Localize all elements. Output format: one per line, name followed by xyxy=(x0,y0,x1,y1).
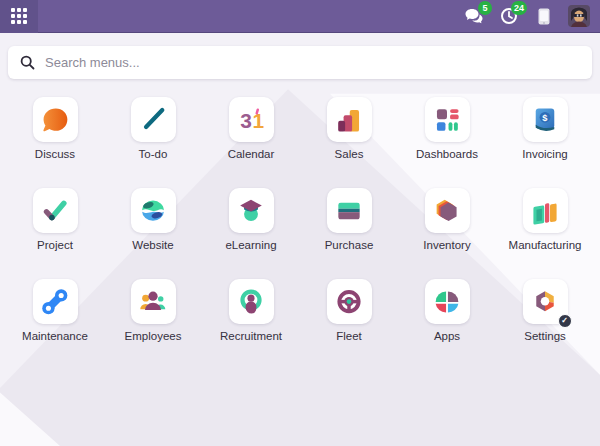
search-section xyxy=(0,33,600,79)
app-label: Website xyxy=(132,239,173,251)
app-tile xyxy=(327,97,372,142)
dashboards-icon xyxy=(430,103,464,137)
app-label: Purchase xyxy=(325,239,374,251)
app-recruitment[interactable]: Recruitment xyxy=(202,279,300,342)
calendar-icon: 3 1 xyxy=(234,103,268,137)
messages-button[interactable]: 5 xyxy=(463,4,485,28)
odoo-home-screen: 5 24 xyxy=(0,0,600,446)
app-label: To-do xyxy=(139,148,168,160)
website-icon xyxy=(136,194,170,228)
app-project[interactable]: Project xyxy=(6,188,104,251)
app-tile: ✓ xyxy=(523,279,568,324)
app-calendar[interactable]: 3 1 Calendar xyxy=(202,97,300,160)
app-tile xyxy=(425,97,470,142)
app-purchase[interactable]: Purchase xyxy=(300,188,398,251)
app-label: Fleet xyxy=(336,330,362,342)
app-tile xyxy=(131,188,176,233)
app-tile xyxy=(131,279,176,324)
purchase-icon xyxy=(332,194,366,228)
activities-button[interactable]: 24 xyxy=(498,4,520,28)
app-label: Discuss xyxy=(35,148,75,160)
app-apps[interactable]: Apps xyxy=(398,279,496,342)
recruitment-icon xyxy=(234,285,268,319)
app-label: Invoicing xyxy=(522,148,567,160)
employees-icon xyxy=(136,285,170,319)
app-todo[interactable]: To-do xyxy=(104,97,202,160)
svg-text:3: 3 xyxy=(240,108,252,131)
maintenance-icon xyxy=(38,285,72,319)
mobile-button[interactable] xyxy=(533,4,555,28)
app-label: eLearning xyxy=(225,239,276,251)
app-tile xyxy=(229,188,274,233)
app-invoicing[interactable]: $ Invoicing xyxy=(496,97,594,160)
app-employees[interactable]: Employees xyxy=(104,279,202,342)
activities-badge: 24 xyxy=(511,1,527,15)
app-tile xyxy=(33,188,78,233)
svg-text:$: $ xyxy=(542,112,548,122)
app-fleet[interactable]: Fleet xyxy=(300,279,398,342)
app-label: Settings xyxy=(524,330,566,342)
grid-icon xyxy=(11,8,27,24)
settings-icon xyxy=(528,285,562,319)
app-label: Calendar xyxy=(228,148,275,160)
app-settings[interactable]: ✓ Settings xyxy=(496,279,594,342)
elearning-icon xyxy=(234,194,268,228)
app-label: Apps xyxy=(434,330,460,342)
app-elearning[interactable]: eLearning xyxy=(202,188,300,251)
app-label: Recruitment xyxy=(220,330,282,342)
settings-check-badge: ✓ xyxy=(558,314,572,328)
manufacturing-icon xyxy=(528,194,562,228)
app-label: Employees xyxy=(125,330,182,342)
search-input[interactable] xyxy=(45,55,580,70)
app-label: Manufacturing xyxy=(509,239,582,251)
project-icon xyxy=(38,194,72,228)
app-label: Dashboards xyxy=(416,148,478,160)
discuss-icon xyxy=(38,103,72,137)
top-bar: 5 24 xyxy=(0,0,600,33)
fleet-icon xyxy=(332,285,366,319)
app-manufacturing[interactable]: Manufacturing xyxy=(496,188,594,251)
app-tile xyxy=(327,188,372,233)
app-tile xyxy=(523,188,568,233)
search-icon xyxy=(20,55,35,70)
app-tile xyxy=(33,97,78,142)
app-dashboards[interactable]: Dashboards xyxy=(398,97,496,160)
app-sales[interactable]: Sales xyxy=(300,97,398,160)
topbar-right: 5 24 xyxy=(463,4,600,28)
app-tile xyxy=(131,97,176,142)
app-tile xyxy=(425,279,470,324)
app-label: Inventory xyxy=(423,239,470,251)
app-label: Sales xyxy=(335,148,364,160)
app-inventory[interactable]: Inventory xyxy=(398,188,496,251)
app-tile: 3 1 xyxy=(229,97,274,142)
search-box[interactable] xyxy=(8,46,592,79)
apps-grid: Discuss To-do 3 1 Calenda xyxy=(0,97,600,342)
app-label: Maintenance xyxy=(22,330,88,342)
apps-menu-button[interactable] xyxy=(0,0,38,33)
apps-icon xyxy=(430,285,464,319)
app-tile xyxy=(327,279,372,324)
phone-icon xyxy=(538,8,550,25)
user-avatar[interactable] xyxy=(568,5,590,27)
inventory-icon xyxy=(430,194,464,228)
app-tile: $ xyxy=(523,97,568,142)
app-discuss[interactable]: Discuss xyxy=(6,97,104,160)
invoicing-icon: $ xyxy=(528,103,562,137)
app-tile xyxy=(425,188,470,233)
app-website[interactable]: Website xyxy=(104,188,202,251)
app-label: Project xyxy=(37,239,73,251)
app-tile xyxy=(33,279,78,324)
sales-icon xyxy=(332,103,366,137)
messages-badge: 5 xyxy=(478,1,492,15)
svg-text:1: 1 xyxy=(253,108,265,131)
avatar-image xyxy=(568,5,590,27)
todo-icon xyxy=(136,103,170,137)
app-tile xyxy=(229,279,274,324)
app-maintenance[interactable]: Maintenance xyxy=(6,279,104,342)
